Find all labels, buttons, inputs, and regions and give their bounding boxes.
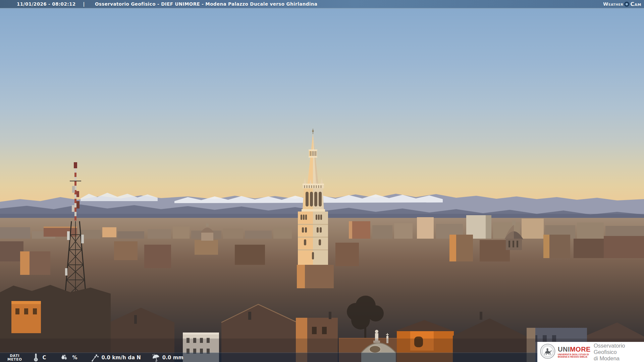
meteo-label-line2: METEO (7, 358, 22, 361)
unimore-subtitle-line1: UNIVERSITÀ DEGLI STUDI DI (558, 353, 591, 356)
temperature-unit: C (42, 355, 46, 361)
rain-value: 0.0 mm (162, 355, 183, 361)
water-drops-icon (60, 354, 68, 362)
university-seal-icon (540, 343, 556, 361)
weathercam-cam-text: Cam (630, 1, 641, 7)
unimore-uni-text: UNI (558, 346, 570, 353)
unimore-logo-box: UNIMORE UNIVERSITÀ DEGLI STUDI DI MODENA… (537, 342, 644, 362)
observatory-name-line2: di Modena (594, 355, 644, 362)
meteo-label-line1: DATI (7, 354, 22, 358)
webcam-photo (0, 0, 644, 362)
weathercam-logo: Weather Cam (603, 0, 641, 8)
separator: | (83, 1, 85, 7)
globe-icon (624, 2, 629, 7)
unimore-wordmark: UNIMORE UNIVERSITÀ DEGLI STUDI DI MODENA… (558, 346, 591, 358)
anemometer-icon (91, 354, 99, 362)
unimore-subtitle-line2: MODENA E REGGIO EMILIA (558, 356, 591, 358)
thermometer-icon (33, 353, 38, 362)
webcam-frame: 11/01/2026 - 08:02:12 | Osservatorio Geo… (0, 0, 644, 362)
unimore-more-text: MORE (570, 346, 591, 353)
umbrella-icon (152, 354, 160, 362)
humidity-unit: % (72, 355, 77, 361)
weathercam-weather-text: Weather (603, 1, 623, 7)
sky (0, 0, 644, 207)
timestamp: 11/01/2026 - 08:02:12 (17, 1, 76, 7)
wind-value: 0.0 km/h da N (101, 355, 141, 361)
observatory-name-line1: Osservatorio Geofisico (594, 343, 644, 355)
header-bar: 11/01/2026 - 08:02:12 | Osservatorio Geo… (0, 0, 644, 9)
camera-title: Osservatorio Geofisico - DIEF UNIMORE - … (95, 1, 317, 7)
observatory-name: Osservatorio Geofisico di Modena (594, 343, 644, 362)
meteo-label: DATI METEO (7, 354, 22, 361)
